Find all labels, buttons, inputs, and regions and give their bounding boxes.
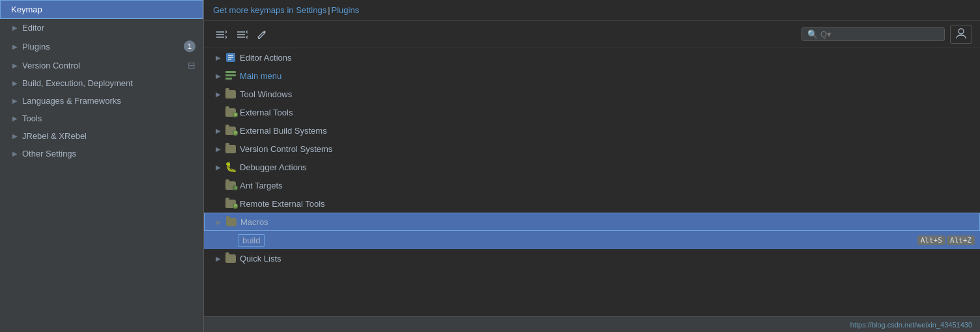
toolbar: 🔍 [204,21,980,48]
shortcut-badges: Alt+S Alt+Z [917,235,975,245]
arrow-icon: ▶ [10,42,20,51]
external-tools-icon [225,106,237,118]
quick-lists-folder-icon [225,252,237,264]
plugins-badge: 1 [184,40,195,52]
sidebar-item-tools[interactable]: ▶ Tools [0,110,203,127]
tree-item-version-control-systems[interactable]: ▶ Version Control Systems [204,140,980,158]
editor-actions-icon [225,52,237,63]
arrow-icon: ▶ [10,79,20,88]
tree-item-debugger-actions[interactable]: ▶ 🐛 Debugger Actions [204,158,980,176]
tree-item-external-build-systems[interactable]: ▶ External Build Systems [204,121,980,140]
edit-button[interactable] [253,27,270,42]
tree-item-editor-actions[interactable]: ▶ Editor Actions [204,48,980,67]
expand-all-button[interactable] [212,27,230,42]
tree-item-build[interactable]: build Alt+S Alt+Z [204,231,980,249]
arrow-icon: ▶ [10,23,20,33]
version-control-systems-label: Version Control Systems [240,144,975,154]
tree-content[interactable]: ▶ Editor Actions ▶ Main m [204,48,980,316]
external-tools-label: External Tools [240,108,975,117]
main-menu-label: Main menu [240,71,975,81]
main-content: Get more keymaps in Settings | Plugins [204,0,980,332]
tool-windows-label: Tool Windows [240,89,975,99]
svg-rect-14 [225,78,232,80]
svg-rect-13 [225,74,236,76]
shortcut-alt-s: Alt+S [917,235,945,245]
arrow-icon: ▶ [10,61,20,70]
expand-arrow-icon: ▶ [213,54,223,61]
macros-label: Macros [240,217,974,227]
svg-point-16 [235,114,236,115]
topbar: Get more keymaps in Settings | Plugins [204,0,980,21]
build-label-text: build [238,234,265,247]
expand-arrow-icon: ▶ [213,164,223,171]
expand-arrow-icon: ▶ [213,145,223,153]
svg-point-7 [958,29,964,34]
search-input[interactable] [820,29,938,39]
shortcut-alt-z: Alt+Z [947,235,975,245]
external-build-systems-label: External Build Systems [240,126,975,136]
status-url: https://blog.csdn.net/weixin_43451430 [850,321,972,329]
sidebar-item-other-label: Other Settings [22,149,195,158]
quick-lists-label: Quick Lists [240,254,975,264]
find-by-shortcut-button[interactable] [950,25,972,44]
remote-tools-icon [225,198,237,209]
expand-arrow-icon: ▶ [213,72,223,80]
tree-item-quick-lists[interactable]: ▶ Quick Lists [204,249,980,267]
sidebar-item-plugins-label: Plugins [22,42,184,52]
collapse-all-button[interactable] [233,27,251,42]
tree-item-external-tools[interactable]: External Tools [204,103,980,121]
person-icon [955,27,967,39]
tree-item-macros[interactable]: ▶ Macros [204,213,980,231]
collapse-all-icon [236,29,248,40]
status-bar: https://blog.csdn.net/weixin_43451430 [204,316,980,332]
sidebar-item-jrebel-label: JRebel & XRebel [22,131,195,141]
sidebar-item-keymap-label: Keymap [11,5,195,14]
arrow-icon: ▶ [10,114,20,123]
version-control-icon: ⊟ [188,60,195,70]
expand-arrow-icon: ▶ [213,91,223,98]
expand-arrow-icon: ▶ [214,219,224,226]
sidebar-item-languages[interactable]: ▶ Languages & Frameworks [0,92,203,110]
expand-arrow-icon: ▶ [213,255,223,262]
remote-external-tools-label: Remote External Tools [240,199,975,209]
svg-rect-12 [225,71,236,73]
sidebar-item-other-settings[interactable]: ▶ Other Settings [0,145,203,162]
sidebar-item-build-execution[interactable]: ▶ Build, Execution, Deployment [0,74,203,92]
expand-all-icon [215,29,227,40]
topbar-separator: | [328,5,330,15]
editor-actions-label: Editor Actions [240,53,975,63]
vcs-folder-icon [225,143,237,155]
search-icon: 🔍 [807,29,818,39]
debugger-icon: 🐛 [225,161,237,173]
edit-icon [257,29,267,40]
ant-targets-icon: ⚙ [225,179,237,191]
sidebar-item-plugins[interactable]: ▶ Plugins 1 [0,37,203,56]
main-menu-icon [225,70,237,82]
search-box[interactable]: 🔍 [801,27,945,41]
sidebar-item-version-control[interactable]: ▶ Version Control ⊟ [0,56,203,74]
tool-windows-folder-icon [225,88,237,100]
arrow-icon: ▶ [10,97,20,106]
build-item-label: build [238,235,917,245]
macros-folder-icon [225,216,237,228]
expand-arrow-icon: ▶ [213,127,223,134]
sidebar-item-keymap[interactable]: Keymap [0,0,203,19]
tree-item-main-menu[interactable]: ▶ Main menu [204,67,980,85]
external-build-icon [225,125,237,136]
settings-link[interactable]: Get more keymaps in Settings [213,5,326,15]
debugger-actions-label: Debugger Actions [240,162,975,172]
sidebar-item-editor[interactable]: ▶ Editor [0,19,203,37]
arrow-icon: ▶ [10,132,20,141]
tree-item-remote-external-tools[interactable]: Remote External Tools [204,194,980,213]
ant-targets-label: Ant Targets [240,181,975,190]
sidebar-item-jrebel[interactable]: ▶ JRebel & XRebel [0,127,203,145]
svg-point-18 [235,132,236,134]
tree-item-tool-windows[interactable]: ▶ Tool Windows [204,85,980,103]
sidebar-item-version-control-label: Version Control [22,61,184,70]
arrow-icon: ▶ [10,149,20,158]
sidebar: Keymap ▶ Editor ▶ Plugins 1 ▶ Version Co… [0,0,204,332]
plugins-link[interactable]: Plugins [332,5,360,15]
sidebar-item-editor-label: Editor [22,23,195,33]
sidebar-item-tools-label: Tools [22,113,195,123]
tree-item-ant-targets[interactable]: ⚙ Ant Targets [204,176,980,194]
